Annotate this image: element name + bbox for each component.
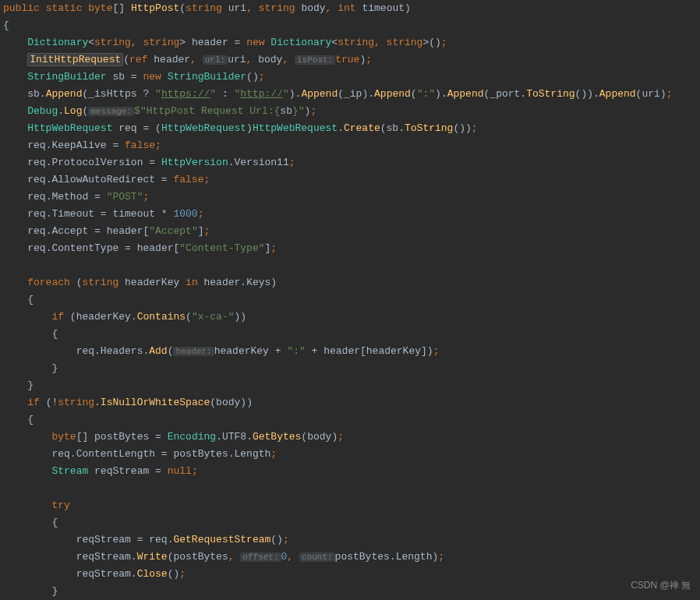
code-line: req.Timeout = timeout * 1000; — [3, 206, 697, 223]
code-line: sb.Append(_isHttps ? "https://" : "http:… — [3, 86, 697, 103]
code-line: byte[] postBytes = Encoding.UTF8.GetByte… — [3, 429, 697, 446]
code-line: reqStream = req.GetRequestStream(); — [3, 531, 697, 549]
param: uri — [228, 2, 246, 14]
param: body — [301, 2, 325, 14]
code-line: if (!string.IsNullOrWhiteSpace(body)) — [3, 394, 697, 411]
type: Dictionary — [27, 37, 88, 48]
param-hint: count: — [299, 552, 335, 562]
code-line: StringBuilder sb = new StringBuilder(); — [3, 69, 697, 86]
code-line: req.ContentType = header["Content-Type"]… — [3, 240, 697, 257]
code-line: public static byte[] HttpPost(string uri… — [3, 0, 697, 17]
keyword: int — [338, 2, 355, 14]
code-line: } — [3, 583, 697, 600]
code-line: { — [3, 291, 697, 309]
code-line: req.Accept = header["Accept"]; — [3, 223, 697, 240]
keyword: string — [259, 2, 295, 14]
code-line — [3, 257, 697, 274]
code-line: Debug.Log(message:$"HttpPost Request Url… — [3, 103, 697, 120]
code-line: } — [3, 360, 697, 377]
code-line: { — [3, 326, 697, 343]
code-line: { — [3, 17, 697, 34]
method-name: HttpPost — [131, 2, 179, 14]
code-line: req.KeepAlive = false; — [3, 137, 697, 154]
code-line: HttpWebRequest req = (HttpWebRequest)Htt… — [3, 120, 697, 137]
param-hint: message: — [88, 107, 134, 116]
code-line: foreach (string headerKey in header.Keys… — [3, 274, 697, 291]
string-link[interactable]: http:// — [240, 88, 283, 100]
keyword: string — [186, 2, 222, 14]
code-line: { — [3, 514, 697, 531]
code-line: req.AllowAutoRedirect = false; — [3, 171, 697, 189]
code-line: Dictionary<string, string> header = new … — [3, 34, 697, 51]
param: timeout — [362, 2, 405, 14]
code-line: try — [3, 497, 697, 514]
watermark: CSDN @禅 無 — [631, 577, 691, 594]
code-line: Stream reqStream = null; — [3, 463, 697, 480]
code-line: reqStream.Close(); — [3, 566, 697, 583]
param-hint: url: — [203, 55, 228, 65]
param-hint: isPost: — [295, 55, 335, 65]
code-line: req.Headers.Add(header:headerKey + ":" +… — [3, 343, 697, 360]
code-line: req.ProtocolVersion = HttpVersion.Versio… — [3, 154, 697, 171]
param-hint: header: — [173, 347, 214, 356]
code-line: if (headerKey.Contains("x-ca-")) — [3, 309, 697, 326]
code-editor[interactable]: public static byte[] HttpPost(string uri… — [3, 0, 697, 600]
code-line: InitHttpRequest(ref header, url:uri, bod… — [3, 51, 697, 69]
string-link[interactable]: https:// — [161, 88, 210, 100]
code-line: } — [3, 377, 697, 394]
code-line: reqStream.Write(postBytes, offset:0, cou… — [3, 549, 697, 566]
keyword: public — [3, 2, 40, 14]
code-line: { — [3, 411, 697, 429]
code-line: req.Method = "POST"; — [3, 189, 697, 206]
param-hint: offset: — [240, 552, 281, 562]
code-line — [3, 480, 697, 497]
keyword: byte — [88, 2, 112, 14]
keyword: static — [46, 2, 83, 14]
code-line: req.ContentLength = postBytes.Length; — [3, 446, 697, 463]
